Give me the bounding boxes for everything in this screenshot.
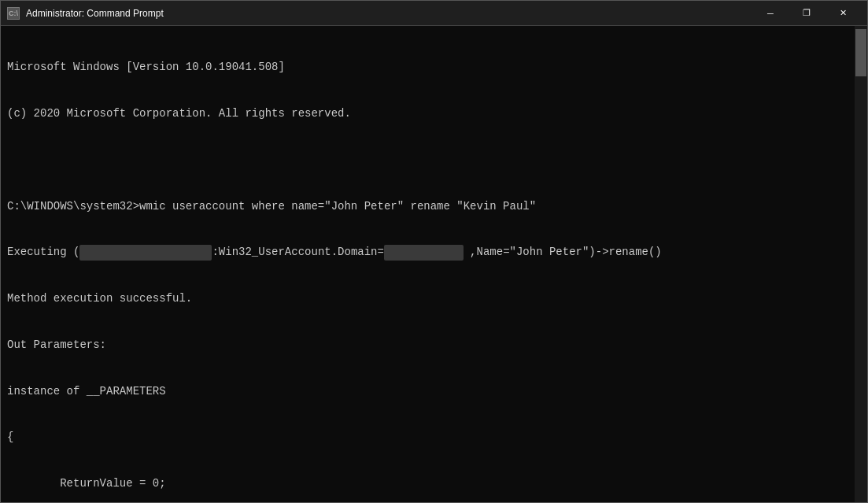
scrollbar-thumb[interactable] bbox=[855, 29, 866, 76]
line-9: { bbox=[7, 430, 848, 446]
app-icon: C:\ bbox=[7, 7, 20, 20]
line-10: ReturnValue = 0; bbox=[7, 476, 848, 492]
window-controls: ─ ❐ ✕ bbox=[752, 1, 861, 26]
redacted-2 bbox=[384, 245, 464, 261]
titlebar: C:\ Administrator: Command Prompt ─ ❐ ✕ bbox=[1, 1, 867, 26]
close-button[interactable]: ✕ bbox=[825, 1, 861, 26]
minimize-button[interactable]: ─ bbox=[752, 1, 789, 26]
line-4: C:\WINDOWS\system32>wmic useraccount whe… bbox=[7, 199, 848, 215]
restore-button[interactable]: ❐ bbox=[789, 1, 825, 26]
line-5: Executing ( :Win32_UserAccount.Domain= ,… bbox=[7, 245, 848, 261]
cmd-window: C:\ Administrator: Command Prompt ─ ❐ ✕ … bbox=[0, 0, 868, 503]
line-8: instance of __PARAMETERS bbox=[7, 384, 848, 400]
line-6: Method execution successful. bbox=[7, 291, 848, 307]
line-3 bbox=[7, 153, 848, 168]
line-2: (c) 2020 Microsoft Corporation. All righ… bbox=[7, 106, 848, 122]
console-area: Microsoft Windows [Version 10.0.19041.50… bbox=[1, 26, 867, 502]
line-1: Microsoft Windows [Version 10.0.19041.50… bbox=[7, 60, 848, 76]
window-title: Administrator: Command Prompt bbox=[26, 8, 752, 19]
console-output[interactable]: Microsoft Windows [Version 10.0.19041.50… bbox=[1, 26, 855, 502]
redacted-1 bbox=[79, 245, 212, 261]
scrollbar[interactable] bbox=[855, 26, 867, 502]
line-7: Out Parameters: bbox=[7, 338, 848, 353]
